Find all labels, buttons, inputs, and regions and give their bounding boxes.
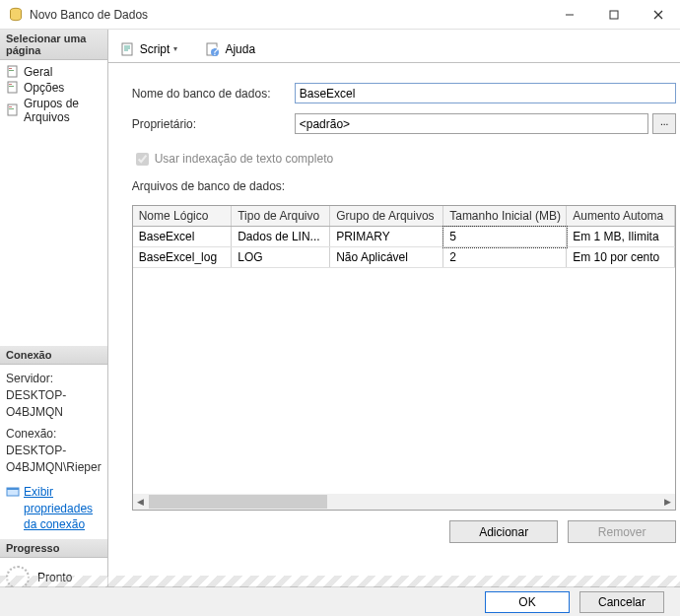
files-label: Arquivos de banco de dados: <box>132 179 677 193</box>
script-icon <box>120 41 136 57</box>
svg-rect-6 <box>9 68 12 69</box>
dbname-label: Nome do banco de dados: <box>132 87 295 101</box>
svg-text:?: ? <box>212 44 219 57</box>
svg-rect-2 <box>610 11 618 19</box>
view-connection-props-link[interactable]: Exibir propriedades da conexão <box>24 484 102 533</box>
chevron-down-icon: ▾ <box>173 44 177 53</box>
svg-rect-10 <box>9 86 14 87</box>
help-button[interactable]: ? Ajuda <box>201 39 259 59</box>
fulltext-checkbox <box>136 153 149 166</box>
server-value: DESKTOP-O4BJMQN <box>6 387 102 421</box>
cancel-button[interactable]: Cancelar <box>579 591 664 613</box>
conn-label: Conexão: <box>6 426 102 443</box>
cell-selected[interactable]: 5 <box>443 227 567 247</box>
content-toolbar: Script ▾ ? Ajuda <box>108 35 680 63</box>
files-grid[interactable]: Nome Lógico Tipo de Arquivo Grupo de Arq… <box>132 205 677 511</box>
cell[interactable]: LOG <box>232 247 330 268</box>
svg-rect-15 <box>7 488 19 490</box>
conn-value: DESKTOP-O4BJMQN\Rieper <box>6 443 102 476</box>
col-header[interactable]: Tamanho Inicial (MB) <box>443 206 567 227</box>
col-header[interactable]: Nome Lógico <box>133 206 232 227</box>
svg-rect-13 <box>9 108 14 109</box>
tree-item-opcoes[interactable]: Opções <box>2 80 105 96</box>
page-tree: Geral Opções Grupos de Arquivos <box>0 60 107 346</box>
fulltext-label: Usar indexação de texto completo <box>155 152 333 166</box>
svg-rect-5 <box>8 66 17 77</box>
tree-item-label: Opções <box>24 81 64 95</box>
close-button[interactable] <box>636 0 680 29</box>
owner-label: Proprietário: <box>132 117 295 131</box>
owner-browse-button[interactable]: ... <box>652 113 676 134</box>
progress-header: Progresso <box>0 539 107 558</box>
table-row[interactable]: BaseExcel Dados de LIN... PRIMARY 5 Em 1… <box>133 227 675 247</box>
connection-header: Conexão <box>0 346 107 365</box>
ok-button[interactable]: OK <box>485 591 570 613</box>
col-header[interactable]: Aumento Automa <box>567 206 675 227</box>
cell[interactable]: Dados de LIN... <box>232 227 330 247</box>
server-label: Servidor: <box>6 371 102 387</box>
table-row[interactable]: BaseExcel_log LOG Não Aplicável 2 Em 10 … <box>133 247 675 268</box>
minimize-button[interactable] <box>547 0 591 29</box>
props-icon <box>6 484 20 533</box>
tree-item-label: Geral <box>24 65 52 79</box>
maximize-button[interactable] <box>591 0 636 29</box>
content-area: Script ▾ ? Ajuda Nome do banco de dados:… <box>108 30 680 586</box>
select-page-header: Selecionar uma página <box>0 30 107 60</box>
cell[interactable]: Em 10 por cento <box>567 247 675 268</box>
svg-rect-12 <box>9 106 12 107</box>
connection-info: Servidor: DESKTOP-O4BJMQN Conexão: DESKT… <box>0 365 107 539</box>
scroll-left-icon[interactable]: ◀ <box>133 494 149 510</box>
scroll-right-icon[interactable]: ▶ <box>659 494 675 510</box>
svg-rect-9 <box>9 84 12 85</box>
page-icon <box>6 65 20 79</box>
help-label: Ajuda <box>225 42 255 56</box>
tree-item-label: Grupos de Arquivos <box>24 97 102 124</box>
cell[interactable]: Não Aplicável <box>330 247 443 268</box>
tree-item-grupos[interactable]: Grupos de Arquivos <box>2 96 105 125</box>
cell[interactable]: BaseExcel <box>133 227 232 247</box>
sidebar: Selecionar uma página Geral Opções Grupo… <box>0 30 108 586</box>
tree-item-geral[interactable]: Geral <box>2 64 105 80</box>
owner-input[interactable] <box>295 113 649 134</box>
svg-rect-16 <box>122 43 132 55</box>
horizontal-scrollbar[interactable]: ◀ ▶ <box>133 494 676 510</box>
dbname-input[interactable] <box>295 83 677 103</box>
scroll-thumb[interactable] <box>149 495 327 509</box>
col-header[interactable]: Grupo de Arquivos <box>330 206 443 227</box>
dialog-footer: OK Cancelar <box>0 586 680 616</box>
cell[interactable]: BaseExcel_log <box>133 247 232 268</box>
database-icon <box>8 7 24 23</box>
remove-button: Remover <box>568 520 676 543</box>
page-icon <box>6 103 20 117</box>
add-button[interactable]: Adicionar <box>449 520 558 543</box>
cell[interactable]: Em 1 MB, Ilimita <box>567 227 675 247</box>
window-title: Novo Banco de Dados <box>30 8 547 22</box>
svg-rect-11 <box>8 104 17 115</box>
help-icon: ? <box>205 41 221 57</box>
page-icon <box>6 81 20 95</box>
col-header[interactable]: Tipo de Arquivo <box>232 206 330 227</box>
svg-rect-7 <box>9 70 14 71</box>
cell[interactable]: PRIMARY <box>330 227 443 247</box>
title-bar: Novo Banco de Dados <box>0 0 680 30</box>
script-button[interactable]: Script ▾ <box>116 39 182 59</box>
script-label: Script <box>140 42 170 56</box>
svg-rect-8 <box>8 82 17 93</box>
cell[interactable]: 2 <box>443 247 567 268</box>
